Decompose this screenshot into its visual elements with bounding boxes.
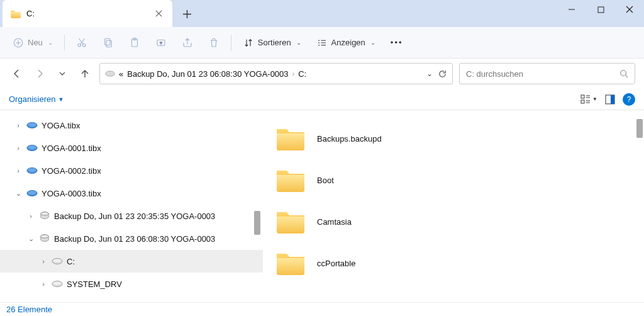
- svg-point-9: [106, 71, 114, 76]
- chevron-down-icon: ⌄: [370, 39, 375, 46]
- expand-toggle[interactable]: ›: [26, 212, 35, 220]
- tree-item-label: SYSTEM_DRV: [67, 279, 122, 289]
- tree-item[interactable]: ›YOGA-0002.tibx: [0, 159, 263, 182]
- expand-toggle[interactable]: ›: [39, 257, 48, 265]
- rename-button[interactable]: [149, 31, 173, 54]
- svg-point-30: [53, 281, 62, 285]
- expand-toggle[interactable]: ›: [39, 280, 48, 288]
- up-button[interactable]: [77, 65, 93, 82]
- paste-button[interactable]: [123, 31, 147, 54]
- file-item[interactable]: Boot: [275, 159, 631, 201]
- folder-icon: [275, 208, 306, 235]
- folder-icon: [275, 167, 306, 193]
- view-label: Anzeigen: [331, 38, 365, 47]
- view-button[interactable]: Anzeigen ⌄: [310, 31, 382, 54]
- organize-button[interactable]: Organisieren ▼: [9, 94, 64, 104]
- maximize-button[interactable]: [586, 0, 615, 19]
- tree-item-label: Backup Do, Jun 01 23 20:35:35 YOGA-0003: [54, 212, 215, 221]
- expand-toggle[interactable]: ›: [14, 121, 23, 129]
- view-options-button[interactable]: ▼: [580, 94, 597, 104]
- svg-rect-14: [611, 95, 614, 104]
- drive-icon: [105, 70, 115, 77]
- file-item[interactable]: Camtasia: [275, 201, 631, 242]
- tree-item[interactable]: ›YOGA.tibx: [0, 114, 263, 137]
- tree-scrollbar-thumb[interactable]: [254, 211, 260, 235]
- expand-toggle[interactable]: ⌄: [14, 189, 23, 198]
- tree-item[interactable]: ⌄YOGA-0003.tibx: [0, 182, 263, 205]
- addr-dropdown[interactable]: ⌄: [426, 69, 433, 78]
- tree-item-label: YOGA.tibx: [42, 121, 80, 130]
- svg-point-16: [28, 123, 36, 127]
- tree-item-label: Backup Do, Jun 01 23 06:08:30 YOGA-0003: [54, 234, 215, 244]
- disk-icon: [26, 189, 38, 198]
- breadcrumb-prefix: «: [119, 69, 123, 79]
- preview-pane-button[interactable]: [605, 94, 615, 104]
- file-item[interactable]: ccPortable: [275, 242, 631, 284]
- tab-close-button[interactable]: [153, 8, 165, 20]
- drive-icon: [52, 257, 63, 266]
- content: ›YOGA.tibx›YOGA-0001.tibx›YOGA-0002.tibx…: [0, 110, 644, 302]
- tab-current[interactable]: C:: [3, 0, 172, 27]
- search-icon: [619, 69, 628, 78]
- separator: [231, 35, 231, 51]
- tab-title: C:: [26, 9, 153, 18]
- search-input[interactable]: [466, 69, 619, 79]
- toolbar: Neu ⌄ Sortieren ⌄ Anzeigen ⌄ •••: [0, 27, 644, 59]
- disk-icon: [26, 144, 38, 152]
- svg-rect-0: [598, 7, 604, 13]
- breadcrumb-sep: ›: [292, 70, 295, 77]
- organize-label: Organisieren: [9, 94, 55, 104]
- help-button[interactable]: ?: [623, 93, 635, 106]
- files-pane[interactable]: Backups.backupdBootCamtasiaccPortable: [263, 110, 644, 302]
- delete-button[interactable]: [202, 31, 226, 54]
- forward-button[interactable]: [31, 65, 48, 82]
- tree-item-label: YOGA-0001.tibx: [42, 144, 101, 153]
- tree-pane[interactable]: ›YOGA.tibx›YOGA-0001.tibx›YOGA-0002.tibx…: [0, 110, 263, 302]
- file-name: Boot: [317, 176, 334, 185]
- expand-toggle[interactable]: ›: [14, 167, 23, 174]
- cut-button[interactable]: [70, 31, 94, 54]
- folder-icon: [275, 125, 306, 152]
- svg-point-20: [28, 168, 36, 172]
- breadcrumb-2[interactable]: C:: [298, 69, 306, 79]
- expand-toggle[interactable]: ⌄: [26, 235, 35, 243]
- close-button[interactable]: [615, 0, 644, 19]
- breadcrumb-1[interactable]: Backup Do, Jun 01 23 06:08:30 YOGA-0003: [127, 69, 288, 79]
- new-button[interactable]: Neu ⌄: [6, 31, 59, 54]
- tree-item[interactable]: ⌄Backup Do, Jun 01 23 06:08:30 YOGA-0003: [0, 227, 263, 250]
- folder-icon: [10, 8, 21, 20]
- svg-rect-4: [105, 38, 110, 45]
- minimize-button[interactable]: [557, 0, 586, 19]
- svg-point-26: [41, 235, 48, 238]
- tree-item[interactable]: ›C:: [0, 250, 263, 273]
- svg-rect-5: [106, 40, 111, 47]
- organize-bar: Organisieren ▼ ▼ ?: [0, 89, 644, 110]
- expand-toggle[interactable]: ›: [14, 144, 23, 152]
- disk-icon: [26, 121, 38, 130]
- file-name: Backups.backupd: [317, 134, 382, 144]
- file-item[interactable]: Backups.backupd: [275, 118, 631, 159]
- more-button[interactable]: •••: [384, 38, 409, 47]
- folder-icon: [275, 250, 306, 276]
- sort-button[interactable]: Sortieren ⌄: [236, 31, 308, 54]
- share-button[interactable]: [175, 31, 199, 54]
- refresh-button[interactable]: [438, 69, 447, 79]
- separator: [64, 35, 65, 51]
- back-button[interactable]: [9, 65, 25, 82]
- tree-item[interactable]: ›SYSTEM_DRV: [0, 273, 263, 295]
- tree-item[interactable]: ›Backup Do, Jun 01 23 20:35:35 YOGA-0003: [0, 205, 263, 227]
- copy-button[interactable]: [96, 31, 120, 54]
- files-scrollbar-thumb[interactable]: [636, 119, 643, 138]
- svg-point-24: [41, 212, 48, 215]
- recent-button[interactable]: [54, 65, 70, 82]
- search-box[interactable]: [459, 63, 635, 84]
- svg-point-10: [621, 71, 626, 76]
- drive-icon: [52, 279, 63, 288]
- tree-item-label: YOGA-0003.tibx: [42, 189, 101, 198]
- tree-item[interactable]: ›YOGA-0001.tibx: [0, 137, 263, 159]
- address-bar[interactable]: « Backup Do, Jun 01 23 06:08:30 YOGA-000…: [99, 63, 453, 84]
- dbdrive-icon: [39, 212, 50, 220]
- nav-row: « Backup Do, Jun 01 23 06:08:30 YOGA-000…: [0, 59, 644, 89]
- tree-item-label: YOGA-0002.tibx: [42, 166, 101, 176]
- new-tab-button[interactable]: [176, 3, 197, 25]
